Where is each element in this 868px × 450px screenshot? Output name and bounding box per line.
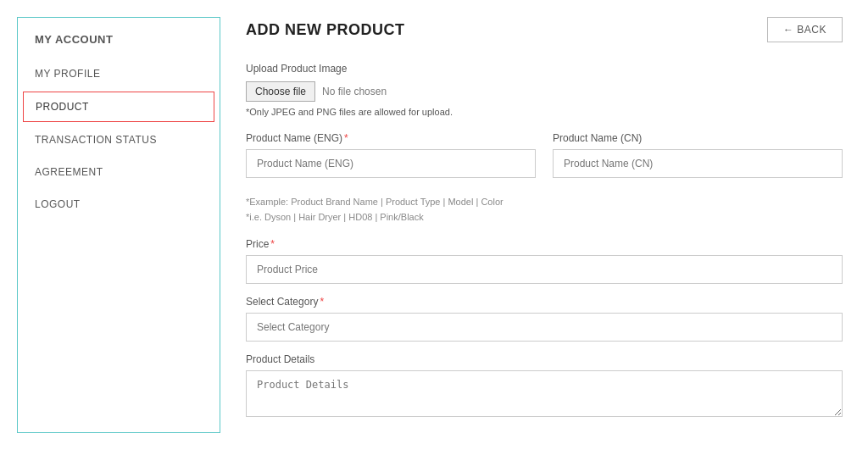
sidebar: MY ACCOUNT MY PROFILE PRODUCT TRANSACTIO… xyxy=(17,17,220,433)
product-details-group: Product Details xyxy=(246,353,843,419)
product-details-label: Product Details xyxy=(246,353,843,365)
sidebar-item-my-profile[interactable]: MY PROFILE xyxy=(18,58,220,90)
category-label: Select Category* xyxy=(246,296,843,308)
price-label: Price* xyxy=(246,238,843,250)
category-required-marker: * xyxy=(320,296,324,308)
product-name-eng-group: Product Name (ENG)* xyxy=(246,132,536,178)
product-details-input[interactable] xyxy=(246,370,843,417)
price-input[interactable] xyxy=(246,255,843,284)
price-required-marker: * xyxy=(270,238,275,250)
category-group: Select Category* xyxy=(246,296,843,342)
product-name-cn-input[interactable] xyxy=(553,149,843,178)
example-text: *Example: Product Brand Name | Product T… xyxy=(246,195,843,225)
no-file-text: No file chosen xyxy=(322,86,387,97)
sidebar-item-logout[interactable]: LOGOUT xyxy=(18,188,220,220)
upload-label: Upload Product Image xyxy=(246,63,843,75)
main-content: ADD NEW PRODUCT ← BACK Upload Product Im… xyxy=(220,0,868,450)
sidebar-item-agreement[interactable]: AGREEMENT xyxy=(18,156,220,188)
sidebar-item-transaction-status[interactable]: TRANSACTION STATUS xyxy=(18,124,220,156)
sidebar-title: MY ACCOUNT xyxy=(18,18,220,58)
product-name-cn-group: Product Name (CN) xyxy=(553,132,843,178)
price-group: Price* xyxy=(246,238,843,284)
back-button[interactable]: ← BACK xyxy=(767,17,843,42)
category-input[interactable] xyxy=(246,313,843,342)
product-name-cn-label: Product Name (CN) xyxy=(553,132,843,144)
product-name-eng-input[interactable] xyxy=(246,149,536,178)
product-name-row: Product Name (ENG)* Product Name (CN) xyxy=(246,132,843,190)
file-upload-row: Choose file No file chosen xyxy=(246,81,843,102)
choose-file-button[interactable]: Choose file xyxy=(246,81,315,102)
sidebar-item-product[interactable]: PRODUCT xyxy=(23,92,214,122)
main-header: ADD NEW PRODUCT ← BACK xyxy=(246,17,843,42)
upload-hint: *Only JPEG and PNG files are allowed for… xyxy=(246,107,843,117)
page-layout: MY ACCOUNT MY PROFILE PRODUCT TRANSACTIO… xyxy=(0,0,868,450)
page-title: ADD NEW PRODUCT xyxy=(246,21,405,39)
product-name-eng-label: Product Name (ENG)* xyxy=(246,132,536,144)
sidebar-nav: MY PROFILE PRODUCT TRANSACTION STATUS AG… xyxy=(18,58,220,220)
required-marker: * xyxy=(344,132,348,144)
